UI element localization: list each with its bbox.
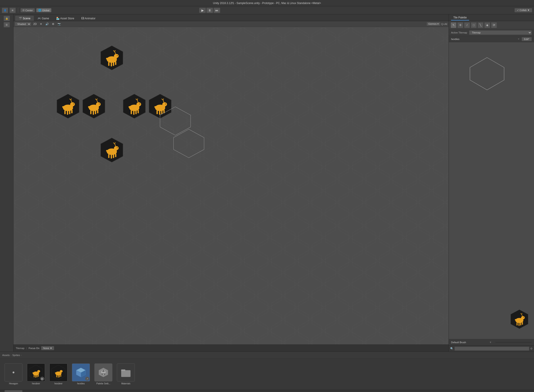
scroll-thumb[interactable]	[5, 390, 23, 392]
hextiles-label: hextiles	[451, 38, 516, 41]
svg-rect-37	[97, 110, 98, 113]
pause-button[interactable]: ⏸	[206, 8, 213, 13]
edit-button[interactable]: Edit*	[522, 37, 532, 41]
tab-animator[interactable]: 🎞 Animator	[78, 16, 99, 21]
audio-button[interactable]: 🔊	[45, 22, 50, 26]
fill-tool[interactable]: ◈	[484, 22, 490, 28]
materials-thumb	[117, 364, 135, 381]
svg-point-15	[106, 58, 108, 60]
svg-rect-102	[34, 375, 34, 377]
play-overlay: ▶	[40, 377, 44, 381]
breadcrumb-sprites[interactable]: Sprites	[12, 354, 20, 356]
palette-tab-label[interactable]: Tile Palette	[451, 15, 469, 20]
svg-rect-47	[130, 110, 132, 114]
list-item[interactable]: ▶ hexdeer	[27, 364, 45, 385]
breadcrumb-assets[interactable]: Assets	[2, 354, 10, 356]
tab-asset-store[interactable]: 🏪 Asset Store	[53, 16, 78, 21]
svg-rect-24	[71, 110, 73, 113]
hexagon-dot	[13, 372, 14, 373]
layout-icon[interactable]: ⊞	[9, 8, 16, 13]
active-tilemap-row: Active Tilemap Tilemap	[449, 29, 534, 36]
svg-rect-90	[519, 322, 519, 326]
hex-grid-bg	[14, 27, 449, 351]
svg-point-54	[129, 106, 131, 108]
2d-button[interactable]: 2D	[32, 22, 37, 26]
scene-panel: 🎬 Scene 🎮 Game 🏪 Asset Store 🎞 Animator	[14, 14, 449, 351]
list-item[interactable]: hexdeer	[49, 364, 67, 385]
hexagon-thumb	[5, 364, 23, 381]
left-panel: 🔒 ☰	[0, 14, 14, 351]
hexdeer-anim-thumb: ▶	[27, 364, 45, 381]
global-icon: 🌐	[38, 9, 41, 12]
svg-rect-91	[520, 322, 521, 326]
scene-toolbar: Shaded 2D ☀ 🔊 ⚙ 📷 Gizmos ▾ Q+All	[14, 21, 449, 27]
camera-button[interactable]: 📷	[57, 22, 62, 26]
svg-marker-83	[173, 129, 204, 158]
toolbar-sep-1	[18, 8, 18, 13]
scene-view[interactable]: Tilemap | Focus On None ▼	[14, 27, 449, 351]
lock-icon[interactable]: 🔒	[4, 16, 10, 21]
palette-canvas[interactable]	[449, 42, 534, 339]
palette-settings-thumb	[94, 364, 112, 381]
tab-game[interactable]: 🎮 Game	[34, 16, 52, 21]
list-item[interactable]: Hexagon	[5, 364, 23, 385]
palette-search-input[interactable]	[455, 347, 529, 351]
scene-tab-row: 🎬 Scene 🎮 Game 🏪 Asset Store 🎞 Animator	[14, 14, 449, 21]
svg-rect-92	[522, 322, 523, 325]
select-tool[interactable]: ↖	[451, 22, 456, 28]
svg-point-68	[165, 104, 166, 104]
tab-scene[interactable]: 🎬 Scene	[15, 16, 34, 21]
rect-tool[interactable]: □	[471, 22, 477, 28]
svg-rect-103	[35, 375, 36, 378]
line-tool[interactable]: ╲	[478, 22, 483, 28]
search-action-icon[interactable]: ⚙	[530, 347, 533, 350]
deer-tile-4	[121, 93, 147, 119]
bottom-scrollbar[interactable]	[0, 390, 534, 392]
gizmos-button[interactable]: Gizmos ▾	[427, 22, 440, 26]
svg-rect-48	[133, 110, 135, 115]
brush-slider[interactable]	[495, 342, 532, 343]
hextiles-dropdown[interactable]: ▼	[518, 38, 520, 40]
svg-point-97	[523, 317, 524, 318]
svg-rect-104	[37, 375, 37, 377]
hexdeer-thumb	[49, 364, 67, 381]
account-icon[interactable]: 👤	[2, 8, 8, 13]
svg-point-55	[139, 104, 140, 104]
svg-point-81	[117, 147, 117, 148]
list-icon[interactable]: ☰	[4, 22, 10, 28]
svg-rect-35	[93, 110, 94, 115]
pencil-tool[interactable]: /	[464, 22, 470, 28]
svg-rect-10	[113, 62, 114, 66]
picker-tool[interactable]: ⟳	[491, 22, 497, 28]
global-button[interactable]: 🌐 Global	[36, 8, 51, 12]
svg-rect-72	[114, 147, 117, 151]
brush-dropdown-icon[interactable]: ▼	[489, 341, 492, 344]
list-item[interactable]: Materials	[117, 364, 135, 385]
palette-settings-label: Palette Setti...	[96, 382, 110, 385]
center-button[interactable]: ⊙ Center	[20, 8, 35, 12]
hextiles-label: hextiles	[77, 382, 85, 385]
svg-rect-124	[121, 370, 130, 377]
play-button[interactable]: ▶	[199, 8, 206, 13]
focus-none-button[interactable]: None ▼	[41, 346, 54, 350]
fx-button[interactable]: ⚙	[51, 22, 55, 26]
shading-dropdown[interactable]: Shaded	[15, 22, 31, 26]
move-tool[interactable]: ✛	[457, 22, 463, 28]
hexdeer-label: hexdeer	[54, 382, 62, 385]
palette-search-row: 🔍 ⚙	[449, 345, 534, 351]
tilemap-select[interactable]: Tilemap	[469, 30, 532, 35]
svg-rect-36	[95, 110, 96, 114]
list-item[interactable]: Palette Setti...	[94, 364, 112, 385]
deer-tile-2	[55, 93, 81, 119]
window-title: Unity 2018.3.12f1 - SampleScene.unity - …	[213, 2, 321, 5]
svg-rect-21	[64, 110, 66, 114]
tilemap-indicator: Tilemap	[16, 347, 24, 350]
hextiles-arrow: ↗	[85, 377, 89, 381]
collab-button[interactable]: ✓ Collab ▼	[515, 8, 532, 12]
default-brush-row: Default Brush ▼	[449, 339, 534, 345]
svg-rect-8	[108, 62, 109, 66]
deer-tile-3	[81, 93, 107, 119]
lighting-button[interactable]: ☀	[39, 22, 43, 26]
list-item[interactable]: ↗ hextiles	[72, 364, 90, 385]
step-button[interactable]: ⏭	[214, 8, 220, 13]
